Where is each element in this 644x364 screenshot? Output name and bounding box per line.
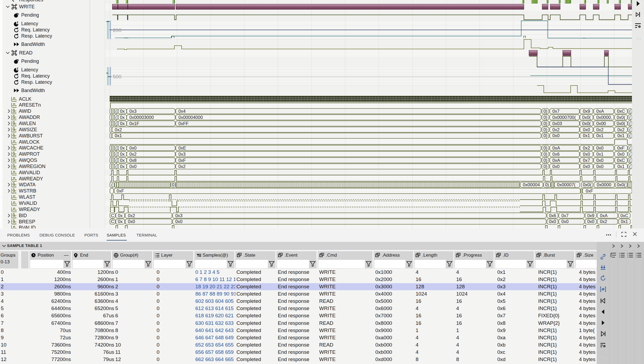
- svg-text:0x00004: 0x00004: [523, 182, 540, 187]
- svg-text:0x2: 0x2: [115, 127, 122, 132]
- svg-text:(: (: [115, 121, 117, 126]
- svg-text:(: (: [629, 133, 631, 138]
- svg-text:0x: 0x: [120, 115, 125, 120]
- svg-text:0x9: 0x9: [583, 109, 590, 114]
- svg-text:0x0(: 0x0(: [582, 115, 591, 120]
- svg-text:200: 200: [113, 27, 121, 33]
- svg-text:0x0: 0x0: [562, 219, 569, 224]
- svg-text:0x9: 0x9: [587, 213, 595, 218]
- svg-text:500: 500: [113, 74, 121, 79]
- svg-text:0x0: 0x0: [596, 164, 604, 169]
- svg-text:0x: 0x: [120, 109, 125, 114]
- svg-text:0x0000700(: 0x0000700(: [552, 115, 576, 120]
- svg-text:0x0: 0x0: [587, 219, 595, 224]
- svg-text:0xA: 0xA: [596, 109, 604, 114]
- svg-text:0x0(: 0x0(: [617, 182, 626, 187]
- svg-text:0x: 0x: [118, 219, 123, 224]
- svg-text:0x00003000: 0x00003000: [129, 115, 154, 120]
- svg-text:(: (: [629, 145, 631, 150]
- svg-text:0xF: 0xF: [617, 145, 625, 150]
- svg-text:z: z: [17, 21, 18, 24]
- svg-text:0x0: 0x0: [128, 219, 135, 224]
- svg-text:0x1: 0x1: [596, 152, 604, 156]
- svg-text:(: (: [629, 109, 631, 114]
- svg-text:0x: 0x: [120, 164, 125, 169]
- svg-text:0x1: 0x1: [617, 164, 625, 169]
- svg-text:0x00: 0x00: [596, 121, 606, 126]
- svg-text:0x0000.: 0x0000.: [596, 115, 612, 120]
- svg-text:(: (: [115, 158, 117, 163]
- svg-text:(: (: [629, 127, 631, 132]
- svg-text:0): 0): [544, 158, 548, 163]
- svg-text:0x0(: 0x0(: [617, 115, 625, 120]
- svg-text:0x0(: 0x0(: [583, 182, 592, 187]
- svg-text:0xC: 0xC: [617, 158, 625, 163]
- svg-text:0): 0): [544, 109, 548, 114]
- svg-text:z: z: [17, 73, 19, 76]
- svg-text:0x: 0x: [120, 145, 125, 150]
- svg-text:(: (: [629, 121, 631, 126]
- svg-text:0x2: 0x2: [583, 145, 590, 150]
- svg-text:0x0: 0x0: [583, 164, 590, 169]
- svg-text:0xF: 0xF: [117, 188, 124, 193]
- svg-text:0x0: 0x0: [552, 164, 560, 169]
- svg-text:0x0000: 0x0000: [597, 182, 611, 187]
- svg-text:(: (: [629, 158, 631, 163]
- svg-text:C: C: [111, 213, 114, 218]
- svg-text:C: C: [111, 219, 114, 224]
- svg-text:0x7: 0x7: [552, 109, 560, 114]
- svg-text:(: (: [115, 152, 117, 156]
- svg-text:0x3: 0x3: [175, 213, 183, 218]
- svg-text:0xC: 0xC: [617, 109, 625, 114]
- svg-text:0x0: 0x0: [583, 127, 590, 132]
- svg-text:0x0: 0x0: [175, 219, 183, 224]
- svg-text:0xA: 0xA: [600, 213, 607, 218]
- svg-text:0x6: 0x6: [552, 152, 560, 156]
- svg-text:0x0: 0x0: [549, 219, 556, 224]
- svg-text:0xFF: 0xFF: [178, 121, 189, 126]
- svg-text:0x2: 0x2: [596, 127, 604, 132]
- svg-text:0x2: 0x2: [128, 213, 135, 218]
- svg-text:(: (: [629, 115, 631, 120]
- svg-text:0xA: 0xA: [552, 158, 560, 163]
- svg-text:0x0: 0x0: [617, 152, 625, 156]
- svg-text:0x6: 0x6: [549, 213, 556, 218]
- svg-text:z: z: [17, 67, 18, 70]
- svg-text:0x3: 0x3: [129, 109, 137, 114]
- svg-text:z: z: [17, 27, 19, 30]
- svg-text:0): 0): [544, 145, 548, 150]
- svg-text:z: z: [17, 79, 19, 82]
- svg-text:0x1F: 0x1F: [129, 121, 139, 126]
- svg-text:z: z: [17, 33, 19, 36]
- svg-text:0x: 0x: [120, 152, 125, 156]
- svg-text:0x0: 0x0: [129, 145, 137, 150]
- svg-text:0: 0: [172, 182, 174, 187]
- svg-text:(: (: [629, 152, 631, 156]
- svg-text:0): 0): [545, 182, 549, 187]
- svg-text:0): 0): [544, 121, 548, 126]
- svg-text:0x: 0x: [118, 213, 123, 218]
- svg-text:0): 0): [544, 115, 548, 120]
- svg-text:(: (: [111, 182, 113, 187]
- svg-text:(: (: [115, 115, 117, 120]
- svg-text:0x4: 0x4: [178, 109, 186, 114]
- svg-text:0x00004000: 0x00004000: [178, 115, 203, 120]
- svg-text:0x2: 0x2: [617, 127, 625, 132]
- svg-text:0x2: 0x2: [552, 127, 560, 132]
- svg-text:0x7: 0x7: [583, 158, 590, 163]
- svg-text:0x3: 0x3: [178, 152, 186, 156]
- svg-text:0xA: 0xA: [552, 145, 560, 150]
- svg-text:0x00007(: 0x00007(: [557, 182, 575, 187]
- svg-text:0x1: 0x1: [621, 219, 628, 224]
- svg-text:0x: 0x: [120, 158, 125, 163]
- svg-text:0x0: 0x0: [583, 152, 590, 156]
- svg-text:0): 0): [544, 133, 548, 138]
- svg-text:0x7: 0x7: [562, 213, 569, 218]
- svg-text:0xF: 0xF: [178, 158, 186, 163]
- svg-text:0x0(: 0x0(: [617, 121, 625, 126]
- svg-text:0x03: 0x03: [552, 121, 562, 126]
- svg-text:0): 0): [544, 164, 548, 169]
- svg-text:0x: 0x: [120, 121, 125, 126]
- svg-text:0x1: 0x1: [115, 133, 122, 138]
- svg-text:0x0: 0x0: [596, 158, 604, 163]
